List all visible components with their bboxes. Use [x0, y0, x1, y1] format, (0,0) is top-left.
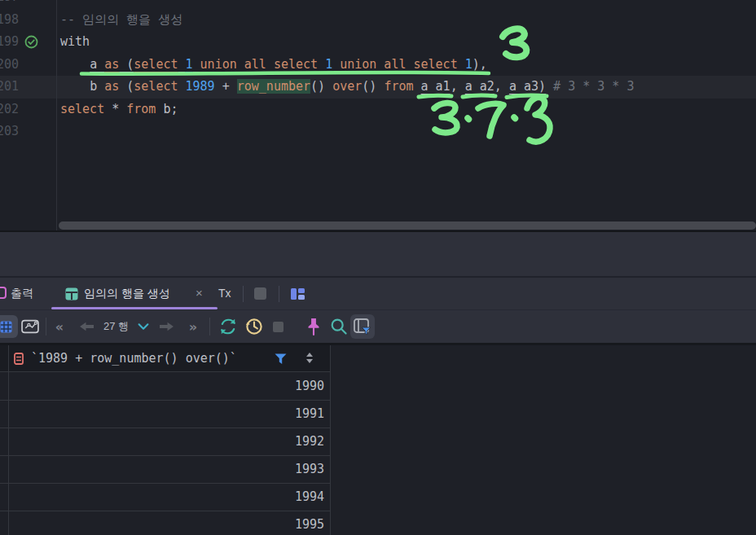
table-row[interactable]: 1995 [0, 511, 331, 535]
tab-output[interactable]: 출력 [11, 278, 33, 309]
code-token [266, 57, 274, 72]
layout-view-icon[interactable] [291, 288, 305, 300]
line-number: 199 [0, 31, 19, 54]
code-token: select [134, 57, 178, 72]
statement-executed-check-icon[interactable] [24, 35, 38, 49]
code-token: * [104, 102, 126, 116]
code-token: row_number [237, 79, 310, 94]
table-right-border [330, 345, 331, 535]
code-token: a [90, 57, 104, 72]
table-row[interactable]: 1994 [0, 484, 331, 511]
column-header[interactable]: `1989 + row_number() over()` [0, 345, 331, 372]
stop-square-icon [273, 322, 284, 332]
stop-button[interactable] [271, 310, 285, 343]
code-token: ( [119, 79, 134, 94]
code-token: ), [472, 57, 487, 72]
table-row[interactable]: 1991 [0, 401, 331, 428]
code-token: () [310, 79, 332, 94]
line-number: 202 [0, 99, 19, 121]
code-line[interactable]: a as (select 1 union all select 1 union … [60, 54, 487, 77]
grid-view-button[interactable] [0, 315, 18, 338]
code-token: union all [200, 57, 266, 72]
code-line[interactable]: with [60, 31, 90, 54]
code-token: , [494, 79, 509, 94]
history-clock-icon[interactable] [244, 310, 264, 343]
sort-toggle-icon[interactable] [306, 353, 314, 364]
code-token [458, 57, 465, 72]
code-token: select [134, 79, 178, 94]
chevron-down-icon[interactable] [138, 310, 149, 343]
sql-editor[interactable]: 197198199200201202203 -- 임의의 행을 생성with a… [0, 0, 756, 232]
console-output-icon [0, 287, 7, 299]
code-token: a a3) [509, 79, 546, 94]
tab-result-active[interactable]: 임의의 행을 생성 [84, 278, 170, 309]
tab-tx[interactable]: Tx [218, 278, 231, 309]
code-token [60, 57, 90, 72]
code-token: select [274, 57, 318, 72]
line-number: 203 [0, 121, 19, 143]
code-token [178, 57, 186, 72]
table-row[interactable]: 1992 [0, 428, 331, 456]
result-rows: 199019911992199319941995 [0, 373, 331, 535]
code-area[interactable]: -- 임의의 행을 생성with a as (select 1 union al… [60, 0, 756, 230]
code-token: + [215, 79, 237, 94]
first-page-button[interactable]: « [51, 310, 68, 343]
code-token [60, 79, 90, 94]
table-row[interactable]: 1990 [0, 373, 331, 401]
code-line[interactable]: -- 임의의 행을 생성 [60, 9, 182, 32]
query-results-panel: `1989 + row_number() over()` 19901991199… [0, 343, 756, 535]
editor-gutter: 197198199200201202203 [0, 0, 19, 230]
code-token: select [60, 102, 104, 116]
line-number: 201 [0, 76, 19, 99]
table-row[interactable]: 1993 [0, 456, 331, 484]
code-token: b; [156, 102, 178, 116]
code-token: 1 [186, 57, 193, 72]
cell-value: 1990 [295, 373, 324, 400]
code-token [178, 79, 186, 94]
panel-spacer [0, 232, 756, 276]
separator [279, 286, 279, 302]
last-page-button[interactable]: » [185, 310, 201, 343]
column-filter-icon[interactable] [275, 353, 287, 364]
separator [209, 318, 210, 335]
code-token: from [126, 102, 156, 116]
results-tab-bar: 출력 임의의 행을 생성 × Tx [0, 276, 756, 309]
code-token: , [451, 79, 465, 94]
code-token: from [384, 79, 413, 94]
gutter-divider [56, 0, 57, 230]
result-grid-icon [65, 287, 78, 300]
code-line[interactable]: b as (select 1989 + row_number() over() … [60, 76, 634, 99]
row-count-label[interactable]: 27 행 [103, 310, 129, 343]
code-token: ( [119, 57, 134, 72]
pin-icon[interactable] [305, 310, 322, 343]
filter-panel-toggle[interactable] [350, 314, 375, 339]
line-number: 198 [0, 9, 19, 32]
code-token [332, 57, 340, 72]
cell-value: 1994 [295, 484, 324, 511]
code-token: 1 [325, 57, 332, 72]
code-token: as [104, 79, 119, 94]
code-token: a a1 [421, 79, 451, 94]
sort-up-arrow [306, 353, 313, 357]
code-token: # 3 * 3 * 3 [546, 79, 634, 94]
refresh-icon[interactable] [218, 310, 238, 343]
code-token: over [332, 79, 362, 94]
code-token [193, 57, 200, 72]
code-line[interactable]: select * from b; [60, 99, 178, 121]
row-gutter-divider [8, 345, 9, 535]
code-token [406, 57, 413, 72]
search-icon[interactable] [330, 310, 348, 343]
code-token: b [90, 79, 104, 94]
cell-value: 1995 [295, 511, 324, 535]
code-token: a a2 [465, 79, 494, 94]
table-filter-icon [354, 318, 371, 335]
code-token: union all [340, 57, 406, 72]
code-token: -- 임의의 행을 생성 [60, 12, 182, 27]
code-token [414, 79, 421, 94]
close-tab-icon[interactable]: × [196, 278, 203, 309]
next-page-icon[interactable] [160, 310, 174, 343]
chart-view-icon[interactable] [21, 310, 39, 343]
code-token: 1 [465, 57, 472, 72]
previous-page-icon[interactable] [79, 310, 94, 343]
horizontal-scrollbar[interactable] [59, 221, 756, 230]
